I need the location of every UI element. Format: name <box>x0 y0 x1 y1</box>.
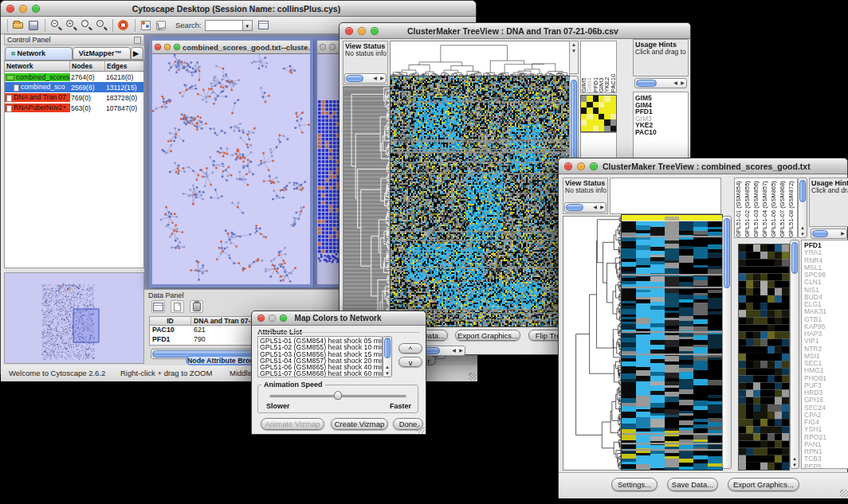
zoom-window-icon[interactable] <box>590 162 598 170</box>
tv2-column-label[interactable]: GPL51-06 (GSM865) <box>771 178 779 237</box>
tv2-genelist-vscrollbar[interactable]: ▲ ▼ <box>790 240 799 469</box>
matrix-cell[interactable] <box>593 107 599 114</box>
network-row-rnapuber[interactable]: RNAPuberNov2+ 563(0) 107847(0) <box>5 103 143 113</box>
tab-vizmapper[interactable]: VizMapper™ <box>73 47 131 60</box>
node-attribute-browser-tab[interactable]: Node Attribute Brows <box>186 355 256 365</box>
matrix-cell[interactable] <box>604 126 610 132</box>
matrix-cell[interactable] <box>587 102 592 108</box>
search-input[interactable] <box>205 20 243 31</box>
matrix-cell[interactable] <box>610 114 616 120</box>
resize-grip[interactable] <box>417 425 425 433</box>
minimize-icon[interactable] <box>164 44 171 50</box>
tv1-label-scroll[interactable]: ▲ ▼ <box>569 41 579 74</box>
matrix-cell[interactable] <box>593 114 599 120</box>
animate-vizmap-button[interactable]: Animate Vizmap <box>261 418 324 430</box>
zoom-window-icon[interactable] <box>280 315 287 322</box>
main-titlebar[interactable]: Cytoscape Desktop (Session Name: collins… <box>1 1 476 17</box>
matrix-cell[interactable] <box>610 102 616 108</box>
close-icon[interactable] <box>155 44 161 50</box>
zoom-fit-icon[interactable] <box>80 19 93 32</box>
scroll-down-icon[interactable]: ▼ <box>383 370 391 377</box>
create-vizmap-button[interactable]: Create Vizmap <box>331 418 388 430</box>
close-icon[interactable] <box>257 315 265 322</box>
scroll-left-icon[interactable]: ◀ <box>371 74 379 83</box>
table-mode-icon[interactable] <box>151 300 165 313</box>
tv2-selected-cluster-heatmap[interactable] <box>738 244 790 471</box>
help-icon[interactable] <box>117 19 131 32</box>
network-view2-canvas[interactable] <box>317 54 340 284</box>
delete-attribute-icon[interactable] <box>190 300 203 313</box>
new-attribute-icon[interactable] <box>171 300 184 313</box>
tv1-column-label[interactable]: GIM4 <box>587 41 592 92</box>
matrix-cell[interactable] <box>604 114 610 120</box>
network-row-dna-tran[interactable]: DNA and Tran 07 769(0) 183728(0) <box>5 92 143 103</box>
matrix-cell[interactable] <box>599 102 604 108</box>
matrix-cell[interactable] <box>604 102 610 108</box>
matrix-cell[interactable] <box>610 126 616 132</box>
minimize-icon[interactable] <box>329 44 336 50</box>
network-view-canvas[interactable] <box>152 54 310 284</box>
matrix-cell[interactable] <box>593 119 599 126</box>
tv1-bottom-hscrollbar[interactable]: ◀ ▶ <box>421 346 465 356</box>
tv2-heatmap[interactable] <box>621 214 723 471</box>
matrix-cell[interactable] <box>581 107 587 114</box>
network-overview-panel[interactable] <box>4 272 144 364</box>
tv2-export-graphics-button[interactable]: Export Graphics... <box>728 478 799 491</box>
resize-grip[interactable] <box>840 490 848 498</box>
tv2-heatmap-vscrollbar[interactable] <box>722 216 732 469</box>
network-window2-titlebar[interactable] <box>317 41 340 54</box>
network-row-combined-scores[interactable]: combined_scores 2764(0) 16218(0) <box>5 72 143 82</box>
matrix-cell[interactable] <box>604 107 610 114</box>
annotation-icon[interactable] <box>155 19 168 32</box>
scroll-up-icon[interactable]: ▲ <box>383 364 391 370</box>
network-overview-canvas[interactable] <box>5 273 143 363</box>
search-dropdown-icon[interactable]: ▼ <box>243 20 253 31</box>
open-icon[interactable] <box>12 19 26 32</box>
tv1-column-label[interactable]: PAC10 <box>610 41 616 92</box>
network-window1-titlebar[interactable]: combined_scores_good.txt--cluste... <box>152 41 310 54</box>
tv2-column-dendrogram-panel[interactable] <box>610 178 721 214</box>
matrix-cell[interactable] <box>610 96 616 102</box>
zoom-window-icon[interactable] <box>174 44 180 50</box>
tv1-status-hscrollbar[interactable]: ◀ ▶ <box>344 73 387 84</box>
scroll-left-icon[interactable]: ◀ <box>672 79 679 88</box>
matrix-cell[interactable] <box>599 107 604 114</box>
tv1-export-graphics-button[interactable]: Export Graphics... <box>455 330 520 341</box>
tv2-column-label[interactable]: GPL51-08 (GSM872) <box>788 178 797 237</box>
matrix-cell[interactable] <box>599 126 604 132</box>
dialog-titlebar[interactable]: Map Colors to Network <box>252 311 426 326</box>
zoom-in-icon[interactable]: + <box>65 19 78 32</box>
minimize-icon[interactable] <box>358 27 366 35</box>
matrix-cell[interactable] <box>604 96 610 102</box>
scroll-left-icon[interactable]: ◀ <box>591 203 599 212</box>
close-icon[interactable] <box>6 5 14 13</box>
scroll-down-icon[interactable]: ▼ <box>799 231 807 237</box>
scroll-right-icon[interactable]: ▶ <box>839 229 846 238</box>
minimize-icon[interactable] <box>19 5 27 13</box>
scroll-right-icon[interactable]: ▶ <box>457 346 465 355</box>
scroll-right-icon[interactable]: ▶ <box>679 79 686 88</box>
matrix-cell[interactable] <box>599 114 604 120</box>
scroll-right-icon[interactable]: ▶ <box>599 203 606 212</box>
matrix-cell[interactable] <box>593 126 599 132</box>
move-down-button[interactable]: v <box>398 357 422 367</box>
tv2-column-label[interactable]: GPL51-01 (GSM854) <box>736 178 744 237</box>
minimize-icon[interactable] <box>269 315 276 322</box>
matrix-cell[interactable] <box>587 119 592 126</box>
network-row-combined-sco-selected[interactable]: combined_sco 2569(6) 13112(15) <box>5 82 143 92</box>
tv1-column-label[interactable]: PFD1 <box>593 41 599 92</box>
zoom-window-icon[interactable] <box>32 5 40 13</box>
save-icon[interactable] <box>27 19 41 32</box>
matrix-cell[interactable] <box>581 96 587 102</box>
attribute-item[interactable]: GPL51-07 (GSM868) heat shock 60 min <box>260 370 382 377</box>
tv1-hints-hscrollbar[interactable]: ◀ ▶ <box>634 78 687 88</box>
matrix-cell[interactable] <box>587 107 592 114</box>
tv2-row-dendrogram[interactable] <box>563 216 622 471</box>
zoom-out-icon[interactable]: − <box>49 19 63 32</box>
tab-network[interactable]: ⌗ Network <box>5 47 73 61</box>
matrix-cell[interactable] <box>593 96 599 102</box>
tv1-column-label[interactable]: YKE2 <box>604 41 610 92</box>
tv2-column-label[interactable]: GPL51-07 (GSM868) <box>779 178 788 237</box>
tv2-collabel-vscrollbar[interactable]: ▲ ▼ <box>798 178 807 238</box>
matrix-cell[interactable] <box>587 96 592 102</box>
